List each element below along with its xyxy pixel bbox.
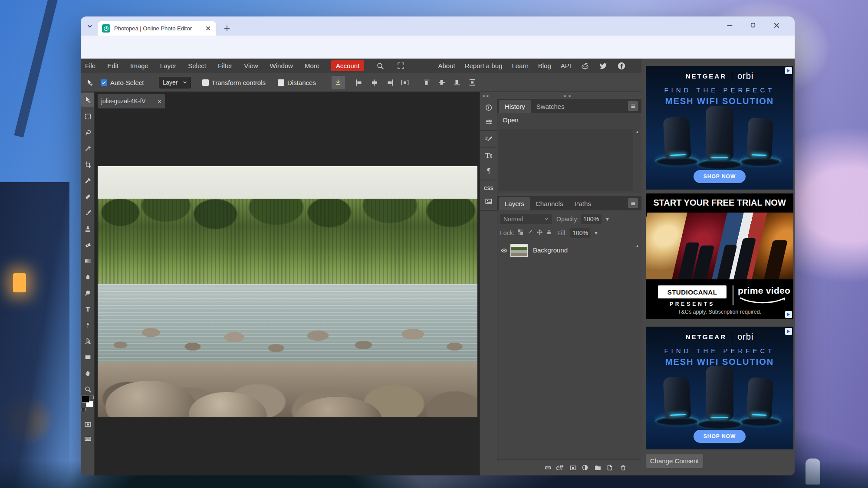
- blend-mode-dropdown[interactable]: Normal: [500, 214, 552, 224]
- align-left-button[interactable]: [354, 77, 365, 88]
- fill-slider-icon[interactable]: ▼: [594, 230, 598, 236]
- account-button[interactable]: Account: [331, 60, 364, 71]
- twitter-icon[interactable]: [599, 62, 608, 70]
- history-list-area[interactable]: [500, 129, 633, 190]
- menu-layer[interactable]: Layer: [160, 62, 177, 69]
- lock-transparency-icon[interactable]: [516, 228, 524, 236]
- auto-select-checkbox[interactable]: [101, 79, 107, 86]
- lock-all-icon[interactable]: [545, 228, 553, 236]
- tool-brush[interactable]: [81, 206, 94, 219]
- search-icon[interactable]: [376, 62, 385, 70]
- new-group-folder-icon[interactable]: [593, 463, 602, 472]
- character-panel-button[interactable]: Tt: [483, 150, 495, 162]
- layer-mode-dropdown[interactable]: Layer: [159, 77, 191, 88]
- tab-layers[interactable]: Layers: [499, 197, 530, 210]
- adchoices-icon[interactable]: [785, 311, 792, 318]
- shop-now-button[interactable]: SHOP NOW: [694, 430, 746, 443]
- distribute-horizontal-button[interactable]: [399, 77, 411, 88]
- tab-paths[interactable]: Paths: [569, 197, 596, 210]
- lock-pixels-icon[interactable]: [526, 228, 534, 236]
- align-middle-button[interactable]: [436, 77, 447, 88]
- document-close-icon[interactable]: ×: [158, 98, 161, 105]
- menu-edit[interactable]: Edit: [107, 62, 118, 69]
- tool-pen[interactable]: [81, 318, 94, 332]
- reset-colors-icon[interactable]: [82, 408, 85, 411]
- tool-type[interactable]: T: [81, 302, 94, 316]
- css-panel-button[interactable]: CSS: [483, 182, 495, 194]
- paragraph-panel-button[interactable]: ¶: [483, 165, 495, 177]
- add-mask-icon[interactable]: [569, 463, 577, 472]
- new-layer-icon[interactable]: [605, 463, 614, 472]
- tool-eraser[interactable]: [81, 238, 94, 252]
- layer-row-background[interactable]: Background: [497, 242, 636, 259]
- fullscreen-icon[interactable]: [396, 62, 405, 70]
- snap-toggle-button[interactable]: [332, 76, 345, 89]
- open-image[interactable]: [98, 166, 477, 417]
- adjustment-layer-icon[interactable]: [581, 463, 589, 472]
- minimize-button[interactable]: [719, 16, 740, 34]
- close-window-button[interactable]: [766, 16, 787, 34]
- link-report-a-bug[interactable]: Report a bug: [465, 62, 503, 69]
- menu-filter[interactable]: Filter: [218, 62, 232, 69]
- link-layers-icon[interactable]: [543, 463, 552, 472]
- tool-rectangle-shape[interactable]: [81, 350, 94, 364]
- menu-more[interactable]: More: [305, 62, 319, 69]
- layer-visibility-eye-icon[interactable]: [500, 246, 508, 254]
- document-tab[interactable]: julie-guzal-4K-fV ×: [98, 94, 165, 108]
- scroll-up-icon[interactable]: ▲: [635, 244, 639, 248]
- reddit-icon[interactable]: [581, 62, 589, 70]
- align-center-button[interactable]: [369, 77, 380, 88]
- adjustments-panel-button[interactable]: [483, 115, 495, 128]
- tab-history[interactable]: History: [499, 100, 531, 113]
- netgear-ad-bottom[interactable]: NETGEAR orbi FIND THE PERFECT MESH WIFI …: [646, 327, 793, 449]
- opacity-slider-icon[interactable]: ▼: [605, 216, 610, 222]
- prime-video-ad[interactable]: START YOUR FREE TRIAL NOW: [646, 193, 793, 319]
- link-learn[interactable]: Learn: [512, 62, 528, 69]
- tab-search-button[interactable]: [85, 22, 95, 31]
- tab-close-button[interactable]: [204, 24, 212, 32]
- tab-swatches[interactable]: Swatches: [531, 100, 570, 113]
- align-right-button[interactable]: [384, 77, 395, 88]
- change-consent-button[interactable]: Change Consent: [646, 454, 703, 468]
- align-top-button[interactable]: [421, 77, 432, 88]
- image-panel-button[interactable]: [483, 195, 495, 207]
- fill-value-box[interactable]: 100%: [570, 228, 590, 238]
- swap-colors-icon[interactable]: [90, 396, 94, 399]
- link-api[interactable]: API: [561, 62, 571, 69]
- info-panel-button[interactable]: [483, 102, 495, 114]
- layers-panel-menu-button[interactable]: [628, 198, 638, 208]
- tool-rectangle-select[interactable]: [81, 109, 94, 123]
- lock-position-icon[interactable]: [536, 228, 543, 236]
- menu-view[interactable]: View: [244, 62, 258, 69]
- collapse-strip-control[interactable]: <>: [483, 93, 489, 98]
- tool-hand[interactable]: [81, 366, 94, 380]
- layer-effects-button[interactable]: eff: [555, 463, 564, 472]
- menu-window[interactable]: Window: [270, 62, 293, 69]
- adchoices-icon[interactable]: [785, 67, 792, 74]
- tool-keyboard-shortcuts[interactable]: [81, 432, 94, 445]
- brush-settings-panel-button[interactable]: [483, 133, 495, 145]
- adchoices-icon[interactable]: [785, 328, 792, 335]
- distribute-vertical-button[interactable]: [467, 77, 478, 88]
- shop-now-button[interactable]: SHOP NOW: [694, 170, 746, 183]
- transform-controls-checkbox[interactable]: [202, 79, 209, 86]
- distances-checkbox[interactable]: [278, 79, 284, 86]
- layer-name[interactable]: Background: [533, 246, 568, 254]
- history-entry-open[interactable]: Open: [497, 113, 641, 124]
- facebook-icon[interactable]: [617, 62, 626, 70]
- foreground-color-swatch[interactable]: [82, 396, 89, 403]
- tool-move[interactable]: [81, 93, 94, 107]
- link-blog[interactable]: Blog: [538, 62, 551, 69]
- tool-lasso[interactable]: [81, 125, 94, 139]
- align-bottom-button[interactable]: [451, 77, 463, 88]
- tab-channels[interactable]: Channels: [530, 197, 569, 210]
- layer-thumbnail[interactable]: [510, 244, 528, 257]
- tool-dodge[interactable]: [81, 286, 94, 300]
- tool-crop[interactable]: [81, 157, 94, 171]
- browser-tab[interactable]: Photopea | Online Photo Editor: [98, 21, 216, 36]
- menu-image[interactable]: Image: [130, 62, 148, 69]
- scroll-up-icon[interactable]: ▲: [635, 130, 639, 134]
- menu-file[interactable]: File: [85, 62, 95, 69]
- tool-path-select[interactable]: [81, 334, 94, 348]
- tool-magic-wand[interactable]: [81, 141, 94, 155]
